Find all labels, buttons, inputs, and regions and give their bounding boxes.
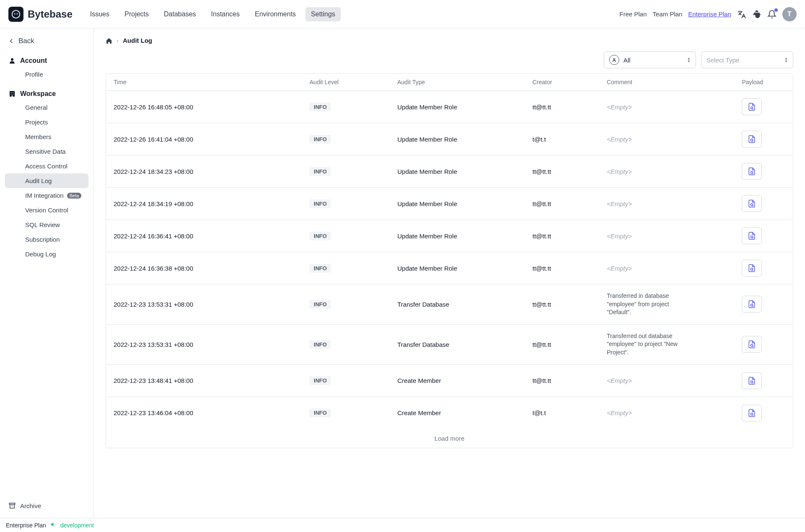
language-icon[interactable] [737,10,746,19]
nav-item-issues[interactable]: Issues [84,7,115,21]
user-icon [8,57,16,65]
bell-icon[interactable] [767,10,776,19]
level-badge: INFO [309,408,331,417]
cell-time: 2022-12-26 16:48:05 +08:00 [106,91,302,123]
cell-type: Update Member Role [390,252,525,284]
sidebar-item-archive[interactable]: Archive [5,498,88,513]
cell-time: 2022-12-23 13:53:31 +08:00 [106,284,302,325]
level-badge: INFO [309,232,331,240]
cell-comment: <Empty> [599,155,734,188]
view-payload-button[interactable] [742,296,762,312]
cell-comment: <Empty> [599,123,734,155]
nav-item-projects[interactable]: Projects [119,7,155,21]
footer-env: development [60,522,94,529]
cell-creator: t@t.t [525,397,599,429]
cell-creator: tt@tt.tt [525,188,599,220]
nav-item-settings[interactable]: Settings [305,7,341,21]
view-payload-button[interactable] [742,98,762,115]
svg-rect-9 [12,96,13,97]
cell-creator: tt@tt.tt [525,155,599,188]
cell-time: 2022-12-23 13:48:41 +08:00 [106,364,302,397]
level-badge: INFO [309,167,331,176]
footer: Enterprise Plan development [0,518,805,532]
footer-plan: Enterprise Plan [6,522,46,529]
audit-log-table: TimeAudit LevelAudit TypeCreatorCommentP… [106,73,793,448]
enterprise-plan-link[interactable]: Enterprise Plan [688,10,731,18]
sidebar-item-sql-review[interactable]: SQL Review [5,217,88,232]
level-badge: INFO [309,300,331,309]
breadcrumb: › Audit Log [106,37,793,44]
logo[interactable]: Bytebase [8,7,73,22]
cell-time: 2022-12-24 18:34:23 +08:00 [106,155,302,188]
sidebar-item-im-integration[interactable]: IM IntegrationBeta [5,188,88,203]
bug-icon[interactable] [752,10,761,19]
cell-creator: tt@tt.tt [525,220,599,252]
table-row: 2022-12-24 18:34:23 +08:00INFOUpdate Mem… [106,155,793,188]
sidebar-item-subscription[interactable]: Subscription [5,232,88,247]
chevron-left-icon [8,37,15,45]
view-payload-button[interactable] [742,163,762,180]
home-icon[interactable] [106,37,112,44]
type-filter[interactable]: Select Type ▲▼ [701,52,793,68]
view-payload-button[interactable] [742,260,762,276]
column-header-creator: Creator [525,74,599,91]
cell-type: Update Member Role [390,91,525,123]
cell-comment: <Empty> [599,91,734,123]
sidebar-item-profile[interactable]: Profile [5,67,88,82]
notification-dot-icon [774,8,778,12]
level-badge: INFO [309,264,331,273]
cell-time: 2022-12-24 16:36:38 +08:00 [106,252,302,284]
team-plan-link[interactable]: Team Plan [653,10,683,18]
view-payload-button[interactable] [742,372,762,389]
cell-comment: Transferred out database "employee" to p… [599,324,734,364]
cell-creator: t@t.t [525,123,599,155]
table-row: 2022-12-24 18:34:19 +08:00INFOUpdate Mem… [106,188,793,220]
view-payload-button[interactable] [742,405,762,421]
brand-name: Bytebase [28,8,73,20]
svg-point-11 [613,59,615,60]
creator-filter[interactable]: All ▲▼ [604,52,696,68]
avatar[interactable]: T [782,7,797,21]
column-header-time: Time [106,74,302,91]
svg-point-2 [16,13,18,14]
user-circle-icon [609,55,619,65]
sidebar-item-members[interactable]: Members [5,129,88,144]
table-row: 2022-12-23 13:53:31 +08:00INFOTransfer D… [106,324,793,364]
main-content: › Audit Log All ▲▼ Select Type ▲▼ [94,28,805,518]
svg-point-1 [14,13,16,14]
sidebar-item-sensitive-data[interactable]: Sensitive Data [5,144,88,159]
cell-creator: tt@tt.tt [525,324,599,364]
svg-rect-8 [13,94,14,95]
sidebar-item-projects[interactable]: Projects [5,115,88,129]
table-row: 2022-12-24 16:36:38 +08:00INFOUpdate Mem… [106,252,793,284]
cell-time: 2022-12-26 16:41:04 +08:00 [106,123,302,155]
sidebar-item-debug-log[interactable]: Debug Log [5,247,88,261]
nav-item-databases[interactable]: Databases [158,7,202,21]
sidebar-item-access-control[interactable]: Access Control [5,159,88,173]
sidebar-item-general[interactable]: General [5,100,88,115]
cell-comment: <Empty> [599,364,734,397]
free-plan-link[interactable]: Free Plan [620,10,647,18]
view-payload-button[interactable] [742,227,762,244]
nav-item-environments[interactable]: Environments [249,7,302,21]
sidebar-item-version-control[interactable]: Version Control [5,203,88,217]
view-payload-button[interactable] [742,195,762,212]
cell-creator: tt@tt.tt [525,364,599,397]
view-payload-button[interactable] [742,131,762,147]
cell-type: Update Member Role [390,155,525,188]
cell-creator: tt@tt.tt [525,284,599,325]
sidebar-section-account: Account [5,54,88,67]
cell-comment: <Empty> [599,188,734,220]
column-header-audit-level: Audit Level [302,74,390,91]
archive-icon [8,502,16,509]
nav-item-instances[interactable]: Instances [205,7,245,21]
logo-mark-icon [8,7,23,22]
cell-type: Transfer Database [390,284,525,325]
view-payload-button[interactable] [742,336,762,353]
sidebar-item-audit-log[interactable]: Audit Log [5,173,88,188]
svg-rect-7 [11,94,12,95]
load-more-button[interactable]: Load more [106,429,793,448]
back-button[interactable]: Back [5,34,88,49]
svg-point-0 [12,10,20,18]
cell-type: Update Member Role [390,123,525,155]
